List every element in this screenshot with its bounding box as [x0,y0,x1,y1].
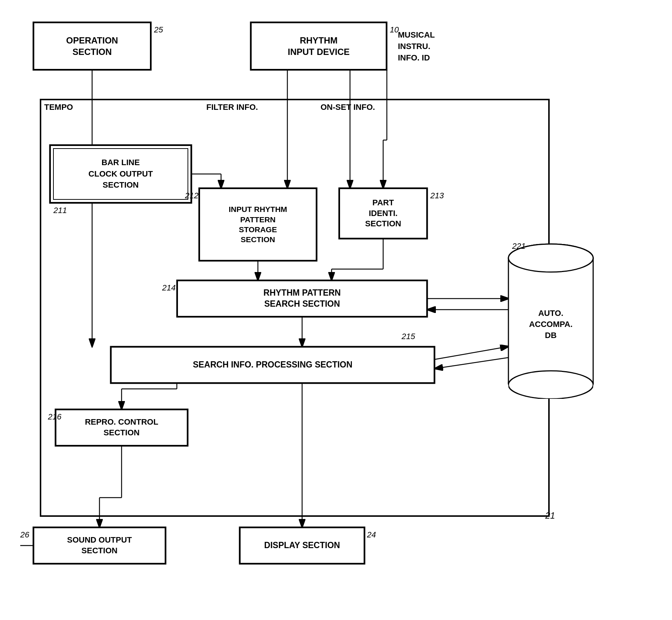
main-system-ref: 21 [545,511,555,521]
rhythm-pattern-search-block: RHYTHM PATTERNSEARCH SECTION [177,280,427,317]
part-identi-label: PARTIDENTI.SECTION [365,198,401,229]
search-info-processing-block: SEARCH INFO. PROCESSING SECTION [111,346,435,383]
rhythm-pattern-search-label: RHYTHM PATTERNSEARCH SECTION [263,288,341,310]
display-section-label: DISPLAY SECTION [264,540,340,551]
search-info-processing-label: SEARCH INFO. PROCESSING SECTION [193,359,352,370]
svg-point-48 [508,371,593,399]
repro-control-ref: 216 [48,412,62,422]
input-rhythm-pattern-block: INPUT RHYTHMPATTERNSTORAGESECTION [199,188,317,261]
rhythm-input-device-ref: 10 [390,25,399,35]
sound-output-block: SOUND OUTPUTSECTION [33,527,166,564]
musical-instru-info-id-label: MUSICALINSTRU.INFO. ID [398,29,435,63]
sound-output-ref: 26 [20,530,29,540]
bar-line-clock-inner: BAR LINECLOCK OUTPUTSECTION [53,148,188,200]
input-rhythm-pattern-label: INPUT RHYTHMPATTERNSTORAGESECTION [229,204,287,244]
repro-control-label: REPRO. CONTROLSECTION [85,417,158,438]
search-info-processing-ref: 215 [402,332,415,341]
operation-section-label: OPERATIONSECTION [66,35,118,58]
svg-text:ACCOMPA.: ACCOMPA. [529,320,573,329]
auto-accompa-db-container: AUTO. ACCOMPA. DB [508,244,593,399]
tempo-label: TEMPO [44,102,73,112]
auto-accompa-db-ref: 221 [512,241,526,251]
svg-line-42 [435,358,508,369]
svg-text:AUTO.: AUTO. [538,309,563,318]
display-section-block: DISPLAY SECTION [239,527,365,564]
repro-control-block: REPRO. CONTROLSECTION [55,409,188,446]
bar-line-clock-outer: BAR LINECLOCK OUTPUTSECTION [50,145,192,203]
rhythm-pattern-search-ref: 214 [162,283,176,293]
filter-info-label: FILTER INFO. [206,102,258,112]
input-rhythm-pattern-ref: 212 [185,191,199,201]
svg-text:DB: DB [545,331,557,340]
part-identi-block: PARTIDENTI.SECTION [339,188,427,239]
svg-line-41 [435,346,508,359]
rhythm-input-device-label: RHYTHMINPUT DEVICE [288,35,350,58]
sound-output-label: SOUND OUTPUTSECTION [67,535,132,556]
bar-line-clock-ref: 211 [53,206,67,215]
rhythm-input-device-block: RHYTHMINPUT DEVICE [251,22,387,70]
part-identi-ref: 213 [430,191,444,201]
display-section-ref: 24 [367,530,376,540]
operation-section-block: OPERATIONSECTION [33,22,151,70]
operation-section-ref: 25 [154,25,163,35]
on-set-info-label: ON-SET INFO. [321,102,375,112]
bar-line-clock-label: BAR LINECLOCK OUTPUTSECTION [88,157,153,191]
